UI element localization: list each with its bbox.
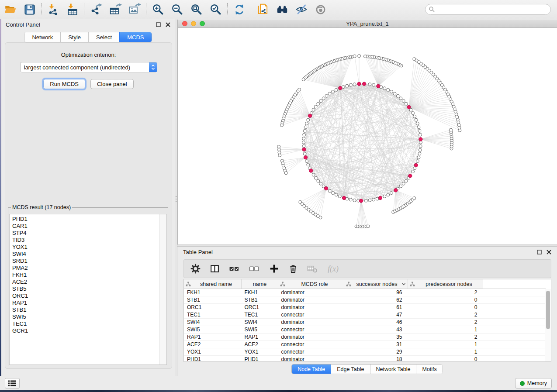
close-window-button[interactable] [182, 21, 187, 26]
table-scrollbar[interactable] [545, 289, 551, 361]
zoom-fit-button[interactable] [190, 3, 204, 17]
network-window-titlebar[interactable]: YPA_prune.txt_1 [178, 20, 557, 28]
table-tab-motifs[interactable]: Motifs [416, 364, 442, 374]
column-header-successor-nodes[interactable]: successor nodes [344, 279, 408, 289]
table-row[interactable]: SWI5SWI5connector431 [184, 326, 546, 334]
column-header-name[interactable]: name [242, 279, 278, 289]
show-all-button[interactable] [314, 3, 328, 17]
panel-menu-button[interactable] [5, 378, 20, 389]
table-row[interactable]: SWI4SWI4dominator462 [184, 319, 546, 326]
close-panel-button-mcds[interactable]: Close panel [90, 79, 134, 89]
mcds-result-item[interactable]: SRD1 [12, 258, 166, 265]
refresh-button[interactable] [232, 3, 246, 17]
table-row[interactable]: PHD1PHD1dominator180 [184, 356, 546, 362]
column-header-filler [483, 279, 546, 289]
mcds-result-item[interactable]: GCR1 [12, 327, 166, 334]
delete-column-button[interactable] [288, 264, 298, 274]
column-header-shared-name[interactable]: shared name [184, 279, 242, 289]
tab-network[interactable]: Network [24, 32, 60, 42]
mcds-result-item[interactable]: ORC1 [12, 292, 166, 299]
table-cell: dominator [278, 304, 344, 311]
table-cell: YOX1 [242, 348, 278, 356]
table-row[interactable]: RAP1RAP1dominator352 [184, 334, 546, 341]
toggle-columns-button[interactable] [210, 264, 220, 274]
open-file-button[interactable] [3, 3, 17, 17]
memory-button[interactable]: Memory [515, 378, 552, 389]
node-table: shared namenameMCDS rolesuccessor nodesp… [183, 279, 551, 362]
mcds-list-scrollbar[interactable] [159, 214, 166, 364]
table-tab-node-table[interactable]: Node Table [292, 364, 331, 374]
new-network-from-selection-button[interactable] [256, 3, 270, 17]
table-panel: Table Panel f(x) shared namenameMCDS rol… [177, 247, 557, 376]
close-table-panel-button[interactable] [547, 250, 551, 254]
import-table-button[interactable] [66, 3, 80, 17]
run-mcds-button[interactable]: Run MCDS [43, 79, 85, 89]
mcds-result-item[interactable]: ACE2 [12, 279, 166, 285]
deselect-all-rows-button[interactable] [249, 264, 260, 274]
table-settings-button[interactable] [190, 264, 201, 274]
table-cell: RAP1 [242, 334, 278, 341]
mcds-result-item[interactable]: TID3 [12, 237, 166, 244]
table-scrollbar-thumb[interactable] [546, 291, 550, 329]
tab-style[interactable]: Style [60, 32, 88, 42]
import-network-button[interactable] [46, 3, 60, 17]
float-table-panel-button[interactable] [537, 250, 542, 254]
zoom-selected-icon [209, 3, 222, 16]
table-row[interactable]: FKH1FKH1dominator962 [184, 289, 546, 296]
export-table-button[interactable] [108, 3, 122, 17]
table-tab-network-table[interactable]: Network Table [370, 364, 416, 374]
find-button[interactable] [275, 3, 289, 17]
mcds-result-item[interactable]: YOX1 [12, 244, 166, 251]
mcds-result-item[interactable]: STB5 [12, 285, 166, 292]
mcds-result-item[interactable]: RAP1 [12, 299, 166, 306]
tab-mcds[interactable]: MCDS [119, 32, 151, 42]
table-toolbar: f(x) [183, 259, 551, 278]
table-cell: 43 [344, 326, 408, 334]
float-panel-button[interactable] [156, 22, 161, 27]
mcds-result-item[interactable]: STP4 [12, 230, 166, 237]
column-header-MCDS-role[interactable]: MCDS role [278, 279, 344, 289]
table-row[interactable]: TEC1TEC1connector472 [184, 311, 546, 319]
table-row[interactable]: ACE2ACE2connector311 [184, 341, 546, 348]
column-header-predecessor-nodes[interactable]: predecessor nodes [408, 279, 483, 289]
network-graph[interactable] [178, 28, 557, 244]
mcds-result-item[interactable]: CAR1 [12, 223, 166, 230]
table-tab-edge-table[interactable]: Edge Table [331, 364, 370, 374]
zoom-out-button[interactable] [170, 3, 184, 17]
table-cell: STB1 [184, 296, 242, 304]
mcds-result-item[interactable]: PHD1 [12, 216, 166, 223]
table-cell: dominator [278, 334, 344, 341]
mcds-result-item[interactable]: TEC1 [12, 320, 166, 327]
mcds-result-item[interactable]: SWI5 [12, 313, 166, 320]
table-row[interactable]: STB1STB1dominator620 [184, 296, 546, 304]
table-cell: RAP1 [184, 334, 242, 341]
hierarchy-icon [346, 282, 351, 287]
export-image-button[interactable] [128, 3, 142, 17]
checked-boxes-icon [229, 264, 240, 274]
search-input[interactable] [425, 4, 551, 15]
zoom-selected-button[interactable] [209, 3, 223, 17]
save-session-button[interactable] [23, 3, 37, 17]
column-menu-icon[interactable] [401, 282, 406, 286]
table-row[interactable]: YOX1YOX1connector291 [184, 348, 546, 356]
minimize-window-button[interactable] [191, 21, 196, 26]
close-panel-button[interactable] [166, 22, 170, 27]
mcds-result-item[interactable]: STB1 [12, 306, 166, 313]
export-network-button[interactable] [89, 3, 103, 17]
mcds-result-item[interactable]: SWI4 [12, 251, 166, 258]
maximize-window-button[interactable] [200, 21, 205, 26]
network-canvas[interactable] [178, 28, 557, 244]
criterion-select[interactable]: largest connected component (undirected) [20, 62, 157, 72]
add-column-button[interactable] [269, 264, 279, 274]
table-row[interactable]: ORC1ORC1dominator610 [184, 304, 546, 311]
hide-selected-button[interactable] [294, 3, 308, 17]
zoom-in-button[interactable] [151, 3, 165, 17]
delete-table-button[interactable] [307, 264, 318, 274]
zoom-in-icon [152, 3, 165, 16]
mcds-result-item[interactable]: FKH1 [12, 272, 166, 279]
fx-icon: f(x) [327, 264, 343, 274]
function-builder-button[interactable]: f(x) [327, 264, 343, 274]
mcds-result-item[interactable]: PMA2 [12, 265, 166, 272]
select-all-rows-button[interactable] [229, 264, 240, 274]
tab-select[interactable]: Select [88, 32, 119, 42]
